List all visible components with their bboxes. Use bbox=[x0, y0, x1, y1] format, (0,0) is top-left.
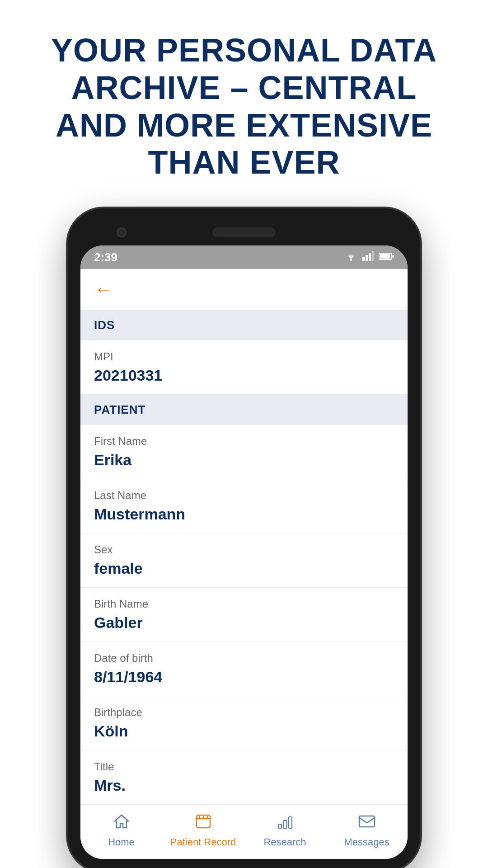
messages-icon bbox=[358, 813, 376, 834]
nav-research-label: Research bbox=[263, 836, 306, 848]
field-title: Title Mrs. bbox=[80, 750, 408, 805]
field-lastname-label: Last Name bbox=[94, 489, 394, 502]
field-mpi: MPI 20210331 bbox=[80, 340, 408, 395]
field-birthname-label: Birth Name bbox=[94, 598, 394, 610]
phone-camera bbox=[117, 227, 127, 237]
field-title-value: Mrs. bbox=[94, 777, 394, 794]
field-lastname: Last Name Mustermann bbox=[80, 479, 408, 533]
field-mpi-label: MPI bbox=[94, 350, 394, 363]
section-ids-header: IDS bbox=[80, 310, 408, 340]
status-icons bbox=[344, 251, 394, 264]
field-birthplace-value: Köln bbox=[94, 722, 394, 740]
field-birthname: Birth Name Gabler bbox=[80, 588, 408, 642]
nav-patient-record-label: Patient Record bbox=[170, 836, 236, 848]
svg-rect-7 bbox=[392, 255, 394, 258]
field-dob: Date of birth 8/11/1964 bbox=[80, 642, 408, 696]
back-button[interactable]: ← bbox=[94, 278, 113, 300]
field-birthplace: Birthplace Köln bbox=[80, 696, 408, 750]
field-title-label: Title bbox=[94, 760, 394, 773]
field-firstname-label: First Name bbox=[94, 435, 394, 448]
svg-rect-4 bbox=[372, 251, 374, 261]
field-birthname-value: Gabler bbox=[94, 614, 394, 632]
field-birthplace-label: Birthplace bbox=[94, 706, 394, 719]
field-dob-label: Date of birth bbox=[94, 652, 394, 665]
phone-top-bar bbox=[80, 221, 408, 244]
svg-rect-10 bbox=[283, 821, 286, 828]
hero-title: YOUR PERSONAL DATA ARCHIVE – CENTRAL AND… bbox=[36, 32, 452, 181]
field-lastname-value: Mustermann bbox=[94, 505, 394, 523]
phone-speaker bbox=[212, 227, 276, 237]
field-dob-value: 8/11/1964 bbox=[94, 668, 394, 686]
nav-item-home[interactable]: Home bbox=[80, 813, 162, 848]
nav-messages-label: Messages bbox=[344, 836, 389, 848]
bottom-nav: Home Patient Record bbox=[80, 805, 408, 859]
wifi-icon bbox=[344, 251, 358, 264]
field-sex-value: female bbox=[94, 560, 394, 577]
svg-rect-9 bbox=[278, 824, 282, 828]
phone-frame: 2:39 bbox=[68, 208, 420, 868]
phone-screen: 2:39 bbox=[80, 245, 408, 859]
status-bar: 2:39 bbox=[80, 245, 408, 269]
signal-icon bbox=[362, 251, 374, 264]
patient-record-icon bbox=[195, 813, 212, 834]
section-ids-label: IDS bbox=[94, 318, 115, 332]
field-sex: Sex female bbox=[80, 533, 408, 588]
section-patient-header: PATIENT bbox=[80, 395, 408, 425]
nav-item-research[interactable]: Research bbox=[244, 813, 326, 848]
svg-rect-3 bbox=[369, 253, 371, 261]
status-time: 2:39 bbox=[94, 250, 117, 264]
section-patient-label: PATIENT bbox=[94, 403, 145, 416]
field-mpi-value: 20210331 bbox=[94, 367, 394, 384]
svg-rect-11 bbox=[289, 817, 292, 828]
svg-rect-2 bbox=[366, 255, 368, 261]
nav-item-messages[interactable]: Messages bbox=[326, 813, 408, 848]
field-firstname: First Name Erika bbox=[80, 425, 408, 479]
nav-home-label: Home bbox=[108, 836, 135, 848]
svg-rect-1 bbox=[362, 257, 365, 261]
nav-item-patient-record[interactable]: Patient Record bbox=[162, 813, 244, 848]
home-icon bbox=[113, 813, 130, 834]
battery-icon bbox=[379, 251, 394, 263]
app-content: ← IDS MPI 20210331 PATIENT First Name Er… bbox=[80, 269, 408, 805]
app-header: ← bbox=[80, 269, 408, 310]
svg-point-0 bbox=[350, 259, 352, 261]
hero-section: YOUR PERSONAL DATA ARCHIVE – CENTRAL AND… bbox=[0, 0, 488, 208]
field-sex-label: Sex bbox=[94, 543, 394, 556]
field-firstname-value: Erika bbox=[94, 451, 394, 469]
research-icon bbox=[277, 813, 293, 834]
svg-rect-12 bbox=[359, 816, 375, 827]
svg-rect-6 bbox=[380, 254, 390, 259]
